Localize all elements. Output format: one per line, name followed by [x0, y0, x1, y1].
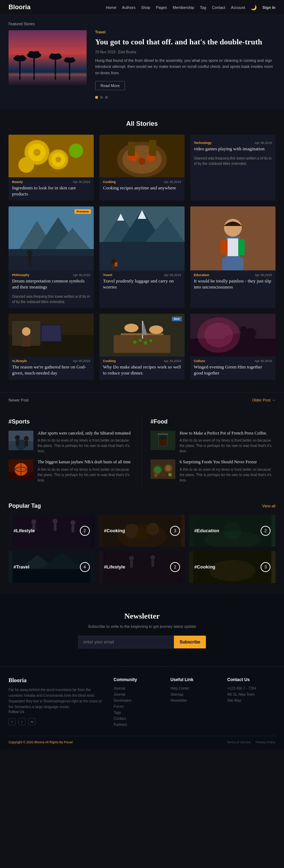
svg-point-27: [18, 157, 34, 173]
footer-developers-link[interactable]: Developers: [114, 699, 162, 702]
philosophy-image: Premium: [9, 206, 94, 270]
tag-card-cooking[interactable]: #Cooking 3: [99, 515, 185, 547]
read-more-button[interactable]: Read More: [95, 81, 125, 90]
food-article-2[interactable]: 6 Surprising Foods You Should Never Free…: [151, 459, 275, 483]
tag-card-lifestyle2[interactable]: #Lifestyle 2: [99, 551, 185, 583]
tag-card-education[interactable]: #Education 2: [189, 515, 275, 547]
svg-point-79: [124, 324, 138, 332]
story-card-cooking2[interactable]: New Cooking Apr 30,2018 Why Do make ahea…: [99, 314, 185, 380]
sports-article-1[interactable]: After sports were canceled, only the Idi…: [9, 431, 133, 454]
moon-icon[interactable]: 🌙: [251, 5, 257, 10]
newsletter-email-input[interactable]: [78, 636, 174, 648]
footer-forum-link[interactable]: Forum: [114, 705, 162, 708]
site-logo[interactable]: Blooria: [9, 4, 31, 11]
cooking-meta-row: Cooking Apr 30,2019: [99, 177, 185, 185]
sports2-svg: [9, 459, 33, 479]
food2-content: 6 Surprising Foods You Should Never Free…: [180, 459, 275, 483]
nav-pages[interactable]: Pages: [156, 5, 167, 10]
hero-dot-2[interactable]: [100, 96, 103, 99]
view-all-link[interactable]: View all: [262, 504, 275, 508]
story-card-travel[interactable]: Travel Apr 30,2019 Travel prudently lugg…: [99, 206, 185, 308]
story-card-cooking[interactable]: Cooking Apr 30,2019 Cooking recipes anyt…: [99, 135, 185, 201]
twitter-icon[interactable]: t: [18, 718, 26, 725]
svg-point-118: [168, 473, 172, 476]
svg-rect-46: [29, 263, 30, 267]
footer-community-col: Community Journal Journal Developers For…: [114, 677, 162, 729]
svg-rect-45: [26, 256, 33, 257]
food-article-1[interactable]: How to Make a Perfect Pot of French Pres…: [151, 431, 275, 454]
nav-shop[interactable]: Shop: [141, 5, 150, 10]
story-card-lifestyle[interactable]: #Lifestyle Apr 30,2018 The reason we're …: [9, 314, 94, 380]
svg-point-89: [240, 326, 247, 333]
tag-lifestyle2-label: #Lifestyle: [104, 564, 125, 570]
food1-image: [151, 431, 175, 450]
lifestyle-title: The reason we're gathered here on God-gi…: [9, 364, 94, 380]
footer-newsletter-link[interactable]: Newsletter: [170, 699, 219, 702]
signin-link[interactable]: Sign In: [262, 5, 275, 10]
footer-sitemap-link[interactable]: Sitemap: [170, 692, 219, 696]
footer-journal2-link[interactable]: Journal: [114, 692, 162, 696]
travel-title: Travel prudently luggage and carry on wo…: [99, 278, 185, 294]
hero-dot-1[interactable]: [95, 96, 98, 99]
lifestyle-date: Apr 30,2018: [73, 359, 90, 363]
food2-desc: A thin to do so even of my times is fron…: [180, 467, 275, 483]
footer-helpcenter-link[interactable]: Help Center: [170, 686, 219, 690]
terms-link[interactable]: Terms of Service: [227, 740, 251, 744]
tag-card-cooking2[interactable]: #Cooking 3: [189, 551, 275, 583]
food-svg: [99, 135, 185, 177]
nav-account[interactable]: Account: [231, 5, 245, 10]
privacy-link[interactable]: Privacy Policy: [256, 740, 275, 744]
tag-card-travel[interactable]: #Travel 4: [9, 551, 95, 583]
newsletter-subscribe-button[interactable]: Subscribe: [174, 636, 206, 648]
story-card-education[interactable]: Education Apr 30,2019 It would be totall…: [190, 206, 275, 308]
footer-tags-link[interactable]: Tags: [114, 711, 162, 715]
svg-rect-47: [30, 263, 32, 267]
footer-address: 4th St, New Town: [227, 692, 275, 696]
popular-tag-section: Popular Tag View all: [0, 492, 284, 594]
sports1-image: [9, 431, 33, 450]
nav-authors[interactable]: Authors: [122, 5, 136, 10]
hero-dot-3[interactable]: [105, 96, 108, 99]
culture-title: Winged evening Green Him together good t…: [190, 364, 275, 380]
beauty-meta-row: Beauty Apr 30,2019: [9, 177, 94, 185]
story-card-philosophy[interactable]: Premium Philosophy Apr 30,2019 Dream int…: [9, 206, 94, 308]
food1-desc: A thin to do so even of my times is fron…: [180, 438, 275, 454]
tag-cooking-label: #Cooking: [104, 528, 125, 533]
story-card-culture[interactable]: Culture Apr 30,2018 Winged evening Green…: [190, 314, 275, 380]
travel-date: Apr 30,2019: [164, 273, 181, 277]
cooking-image: [99, 135, 185, 177]
footer-brand-link[interactable]: Pixuel: [64, 740, 73, 744]
nav-membership[interactable]: Membership: [173, 5, 194, 10]
svg-rect-35: [128, 142, 135, 156]
sports2-desc: A thin to do so even of my times is fron…: [38, 467, 133, 483]
newer-post-link[interactable]: Newer Post: [9, 398, 29, 402]
footer-site-map-link[interactable]: Site Map: [227, 699, 275, 702]
footer-journal-link[interactable]: Journal: [114, 686, 162, 690]
tag-lifestyle2-overlay: #Lifestyle 2: [99, 551, 185, 583]
svg-point-28: [69, 144, 83, 158]
tag-cooking2-count: 3: [261, 562, 271, 572]
linkedin-icon[interactable]: in: [28, 718, 36, 725]
nav-tag[interactable]: Tag: [200, 5, 206, 10]
nav-contact[interactable]: Contact: [212, 5, 225, 10]
travel-category: Travel: [103, 273, 112, 277]
svg-rect-64: [222, 258, 244, 270]
nav-home[interactable]: Home: [106, 5, 116, 10]
travel-meta-row: Travel Apr 30,2019: [99, 270, 185, 278]
footer-copyright: Copyright © 2020 Blooria All Rights By P…: [9, 740, 73, 744]
footer-partners-link[interactable]: Partners: [114, 723, 162, 727]
tag-card-lifestyle[interactable]: #Lifestyle 2: [9, 515, 95, 547]
story-card-technology[interactable]: Technology Apr 30,2019 video games playi…: [190, 135, 275, 201]
sports-article-2[interactable]: The biggest kansas jayhaw NBA draft bust…: [9, 459, 133, 483]
older-post-link[interactable]: Older Post →: [252, 398, 275, 402]
cooking2-image: New: [99, 314, 185, 356]
story-card-beauty[interactable]: Beauty Apr 30,2019 Ingredients to look f…: [9, 135, 94, 201]
beauty-title: Ingredients to look for in skin care pro…: [9, 185, 94, 201]
main-nav: Blooria Home Authors Shop Pages Membersh…: [0, 0, 284, 15]
facebook-icon[interactable]: f: [9, 718, 16, 725]
sports-food-section: #Sports After sports were canceled, only…: [0, 408, 284, 492]
tag-travel-count: 4: [80, 562, 90, 572]
beauty-category: Beauty: [12, 180, 23, 184]
footer-contact-link[interactable]: Contact: [114, 717, 162, 721]
food2-svg: [151, 459, 175, 479]
